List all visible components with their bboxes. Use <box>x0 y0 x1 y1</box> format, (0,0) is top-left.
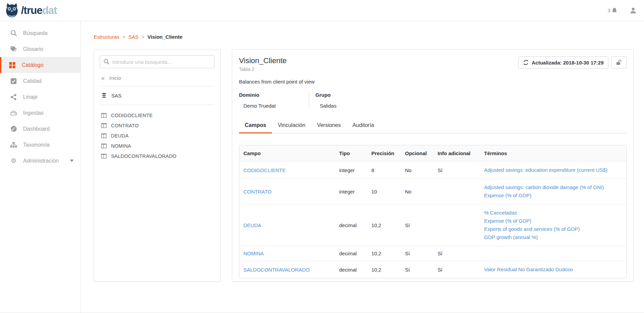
field-link[interactable]: DEUDA <box>243 222 261 228</box>
structure-detail-panel: Vision_Cliente Tabla 2 Ac <box>232 49 634 282</box>
updated-button[interactable]: Actualizada: 2018-10-30 17:29 <box>518 56 608 69</box>
field-row-deuda: DEUDA decimal 10,2 Sí % Canceladas Expen… <box>239 204 626 246</box>
tab-vinculacion[interactable]: Vinculación <box>272 119 311 133</box>
col-tipo: Tipo <box>335 145 367 162</box>
meta-section: Dominio Demo Truedat Grupo Salidas <box>239 92 627 110</box>
logo-wordmark: /truedat <box>21 5 57 16</box>
field-extra-info: Sí <box>434 162 480 179</box>
term-link[interactable]: Exports of goods and services (% of GDP) <box>484 225 622 233</box>
field-optional: Sí <box>401 204 434 246</box>
truedat-logo[interactable]: /truedat <box>5 3 57 18</box>
field-optional: No <box>401 179 434 204</box>
field-extra-info: Sí <box>434 261 480 278</box>
field-link[interactable]: CONTRATO <box>243 189 272 195</box>
structure-type-label: Tabla 2 <box>239 67 287 72</box>
sidebar-item-dashboard[interactable]: Dashboard <box>0 121 80 137</box>
field-row-nomina: NOMINA decimal 10,2 Sí Sí <box>239 246 626 261</box>
lock-button[interactable] <box>611 56 627 69</box>
field-type: integer <box>335 179 367 204</box>
field-optional: Sí <box>401 261 434 278</box>
bell-icon <box>611 7 618 14</box>
breadcrumb-separator: > <box>123 34 125 40</box>
term-link[interactable]: GDP growth (annual %) <box>484 233 622 241</box>
field-row-contrato: CONTRATO integer 10 No Adjusted savings:… <box>239 179 626 204</box>
tree-table-contrato[interactable]: CONTRATO <box>100 121 215 131</box>
search-icon <box>10 30 17 36</box>
field-type: integer <box>335 162 367 179</box>
field-precision: 10,2 <box>367 204 401 246</box>
term-link[interactable]: Adjusted savings: education expenditure … <box>484 166 622 174</box>
field-precision: 10 <box>367 179 401 204</box>
search-icon <box>104 59 109 65</box>
drive-icon <box>10 110 17 116</box>
breadcrumb-link-estructuras[interactable]: Estructuras <box>94 34 119 40</box>
tree-table-deuda[interactable]: DEUDA <box>100 131 215 141</box>
field-extra-info <box>434 179 480 204</box>
tab-auditoria[interactable]: Auditoría <box>347 119 380 133</box>
angles-left-icon: « <box>101 75 105 80</box>
tree-table-saldocontravalorado[interactable]: SALDOCONTRAVALORADO <box>100 151 215 161</box>
term-link[interactable]: Expense (% of GDP) <box>484 217 622 225</box>
notifications-button[interactable]: 3 <box>608 7 618 14</box>
field-optional: No <box>401 162 434 179</box>
sidebar-item-calidad[interactable]: Calidad <box>0 73 80 89</box>
sidebar-item-catalogo[interactable]: Catálogo <box>0 57 80 73</box>
field-row-codigocliente: CODIGOCLIENTE integer 8 No Sí Adjusted s… <box>239 162 626 179</box>
page-title: Vision_Cliente <box>239 56 287 65</box>
breadcrumb: Estructuras > SAS > Vision_Cliente <box>81 21 644 40</box>
unlock-icon <box>616 59 622 66</box>
tree-table-list: CODIGOCLIENTE CONTRATO DEUDA NOMINA SALD… <box>100 105 215 161</box>
tab-campos[interactable]: Campos <box>239 119 272 133</box>
user-menu-button[interactable] <box>630 7 637 14</box>
field-type: decimal <box>335 204 367 246</box>
sidebar-item-administracion[interactable]: ⚙ Administración <box>0 153 80 169</box>
sidebar-item-taxonomia[interactable]: Taxonomía <box>0 137 80 153</box>
gauge-icon <box>10 126 17 132</box>
tags-icon <box>10 46 17 52</box>
tab-versiones[interactable]: Versiones <box>311 119 347 133</box>
sidebar-item-linaje[interactable]: Linaje <box>0 89 80 105</box>
sidebar-item-busqueda[interactable]: Búsqueda <box>0 25 80 41</box>
field-link[interactable]: SALDOCONTRAVALORADO <box>243 267 310 273</box>
main-content: Estructuras > SAS > Vision_Cliente « Ini… <box>81 21 644 313</box>
field-type: decimal <box>335 261 367 278</box>
sidebar-item-ingestas[interactable]: Ingestas <box>0 105 80 121</box>
database-icon <box>101 93 107 98</box>
detail-tabs: Campos Vinculación Versiones Auditoría <box>239 119 627 133</box>
columns-icon <box>101 123 107 128</box>
tree-table-nomina[interactable]: NOMINA <box>100 141 215 151</box>
check-square-icon <box>10 78 17 84</box>
term-link[interactable]: % Canceladas <box>484 209 622 217</box>
breadcrumb-link-sas[interactable]: SAS <box>128 34 139 40</box>
fields-table-header: Campo Tipo Precisión Opcional Info adici… <box>239 145 626 162</box>
breadcrumb-current: Vision_Cliente <box>147 34 182 40</box>
columns-icon <box>101 144 107 148</box>
field-extra-info: Sí <box>434 246 480 261</box>
col-terminos: Términos <box>480 145 626 162</box>
term-link[interactable]: Adjusted savings: carbon dioxide damage … <box>484 183 622 191</box>
field-link[interactable]: NOMINA <box>243 251 264 256</box>
share-nodes-icon <box>10 94 17 100</box>
sidebar-item-glosario[interactable]: Glosario <box>0 41 80 57</box>
notification-count: 3 <box>608 7 610 13</box>
fields-table: Campo Tipo Precisión Opcional Info adici… <box>239 145 627 278</box>
refresh-icon <box>523 60 529 65</box>
top-bar: /truedat 3 <box>0 0 644 21</box>
grid-icon <box>8 62 16 68</box>
tree-search-input[interactable] <box>100 55 215 68</box>
group-label: Grupo <box>315 92 336 98</box>
field-link[interactable]: CODIGOCLIENTE <box>243 167 286 173</box>
breadcrumb-separator: > <box>142 34 144 40</box>
term-link[interactable]: Expense (% of GDP) <box>484 191 622 200</box>
field-row-saldocontravalorado: SALDOCONTRAVALORADO decimal 10,2 Sí Sí V… <box>239 261 626 278</box>
columns-icon <box>101 113 107 118</box>
chevron-down-icon <box>70 160 74 162</box>
tree-system-item[interactable]: SAS <box>100 87 215 105</box>
term-link[interactable]: Valor Residual No Garantizado Dudoso <box>484 265 622 274</box>
field-optional: Sí <box>401 246 434 261</box>
field-precision: 8 <box>367 162 401 179</box>
col-info-adicional: Info adicional <box>434 145 480 162</box>
tree-table-codigocliente[interactable]: CODIGOCLIENTE <box>100 110 215 121</box>
tree-back-item[interactable]: « Inicio <box>100 75 215 87</box>
field-extra-info <box>434 204 480 246</box>
